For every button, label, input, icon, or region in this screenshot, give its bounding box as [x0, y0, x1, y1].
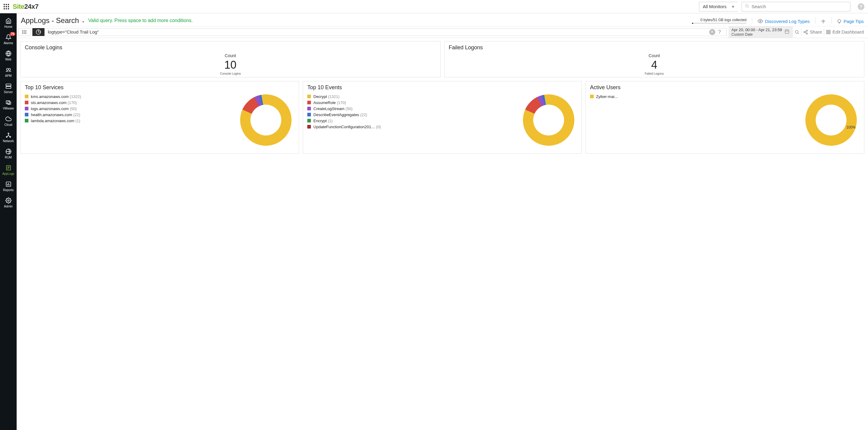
sidenav-item-web[interactable]: Web — [0, 48, 17, 63]
clear-query-icon[interactable]: ✕ — [709, 29, 715, 35]
search-input[interactable] — [751, 4, 847, 9]
network-icon — [5, 132, 12, 139]
svg-line-10 — [748, 7, 749, 7]
query-row: logtype="Cloud Trail Log" ✕ ? Apr 20, 00… — [17, 26, 868, 38]
date-range-text: Apr 20, 00:00 - Apr 21, 23:59 — [732, 28, 782, 32]
sidenav-item-apm[interactable]: APM — [0, 64, 17, 80]
legend-item[interactable]: Zylker-mai… — [590, 94, 797, 99]
svg-point-45 — [795, 31, 798, 33]
legend-item[interactable]: Decrypt (1321) — [307, 94, 514, 99]
svg-line-51 — [805, 31, 806, 32]
legend-item[interactable]: lambda.amazonaws.com (1) — [25, 119, 232, 123]
card-failed-logons[interactable]: Failed Logons Count 4 Failed Logons — [444, 41, 865, 78]
svg-rect-41 — [785, 30, 789, 34]
list-view-button[interactable] — [19, 28, 31, 36]
legend-label: Encrypt (1) — [313, 119, 333, 123]
svg-line-46 — [798, 33, 799, 34]
legend-item[interactable]: CreateLogStream (50) — [307, 106, 514, 111]
date-range-picker[interactable]: Apr 20, 00:00 - Apr 21, 23:59 Custom Dat… — [728, 26, 793, 38]
sidenav-label: Network — [3, 140, 14, 143]
sidenav-item-rum[interactable]: RUM — [0, 146, 17, 161]
sidenav-item-alarms[interactable]: Alarms79 — [0, 31, 17, 47]
card-console-logins[interactable]: Console Logins Count 10 Console Logins — [20, 41, 441, 78]
vmware-icon — [5, 99, 12, 106]
legend-swatch — [307, 95, 311, 98]
sidenav-label: VMware — [3, 107, 14, 110]
edit-dashboard-button[interactable]: Edit Dashboard — [824, 26, 868, 38]
svg-rect-52 — [827, 30, 828, 32]
sidenav-item-network[interactable]: Network — [0, 129, 17, 145]
legend-item[interactable]: DescribeEventAggregates (22) — [307, 113, 514, 117]
legend-swatch — [590, 95, 594, 98]
page-tips-link[interactable]: Page Tips — [837, 19, 864, 24]
legend-label: Decrypt (1321) — [313, 94, 339, 99]
home-icon — [5, 18, 12, 24]
card-title: Top 10 Events — [303, 81, 581, 93]
svg-line-50 — [805, 32, 806, 33]
monitors-dropdown[interactable]: All Monitors ▾ — [699, 2, 738, 11]
sidenav-label: RUM — [5, 156, 12, 159]
sidenav-label: Server — [4, 90, 13, 94]
legend-swatch — [307, 125, 311, 128]
lightbulb-icon — [837, 19, 842, 24]
legend-item[interactable]: health.amazonaws.com (22) — [25, 113, 232, 117]
query-text: logtype="Cloud Trail Log" — [48, 29, 99, 34]
count-label: Count — [21, 53, 440, 58]
legend-item[interactable]: AssumeRole (170) — [307, 100, 514, 105]
sidenav-item-home[interactable]: Home — [0, 15, 17, 31]
legend-item[interactable]: UpdateFunctionConfiguration201… (0) — [307, 125, 514, 129]
sidenav-item-server[interactable]: Server — [0, 81, 17, 96]
svg-point-33 — [7, 200, 9, 202]
card-top-10-events[interactable]: Top 10 Events Decrypt (1321)AssumeRole (… — [303, 81, 582, 154]
query-hint: Valid query. Press space to add more con… — [88, 18, 193, 23]
svg-rect-19 — [6, 101, 10, 104]
global-search[interactable] — [742, 2, 850, 11]
sidenav-label: Reports — [3, 188, 13, 192]
legend-item[interactable]: kms.amazonaws.com (1322) — [25, 94, 232, 99]
card-active-users[interactable]: Active Users Zylker-mai… 100% — [586, 81, 864, 154]
discovered-label: Discovered Log Types — [765, 19, 810, 24]
run-search-button[interactable] — [793, 26, 801, 38]
brand-logo[interactable]: Site24x7 — [13, 3, 38, 10]
card-top-10-services[interactable]: Top 10 Services kms.amazonaws.com (1322)… — [20, 81, 299, 154]
svg-point-38 — [22, 31, 23, 31]
sidenav-label: Web — [5, 58, 11, 61]
legend-item[interactable]: Encrypt (1) — [307, 119, 514, 123]
date-range-sub: Custom Date — [732, 32, 782, 37]
page-title[interactable]: AppLogs - Search ▾ — [21, 16, 84, 25]
pin-icon[interactable] — [821, 19, 826, 24]
legend-label: lambda.amazonaws.com (1) — [31, 119, 80, 123]
sidenav-item-applogs[interactable]: AppLogs — [0, 162, 17, 178]
svg-rect-2 — [8, 4, 9, 5]
discovered-log-types-link[interactable]: Discovered Log Types — [757, 19, 810, 24]
sidenav-item-admin[interactable]: Admin — [0, 195, 17, 211]
count-value: 4 — [444, 59, 864, 71]
svg-rect-53 — [829, 30, 830, 32]
help-icon[interactable]: ? — [858, 3, 864, 10]
eye-icon — [757, 19, 763, 24]
query-input[interactable]: logtype="Cloud Trail Log" ✕ ? — [44, 28, 727, 36]
pie-pct-label: 100% — [846, 125, 856, 129]
share-button[interactable]: Share — [802, 26, 824, 38]
sidenav-item-vmware[interactable]: VMware — [0, 97, 17, 113]
legend-label: UpdateFunctionConfiguration201… (0) — [313, 125, 381, 129]
svg-rect-15 — [6, 84, 11, 86]
svg-rect-0 — [4, 4, 5, 5]
query-help-icon[interactable]: ? — [718, 29, 721, 35]
sidenav-label: AppLogs — [2, 172, 14, 175]
sidenav-item-cloud[interactable]: Cloud — [0, 113, 17, 129]
legend-item[interactable]: logs.amazonaws.com (50) — [25, 106, 232, 111]
legend-label: AssumeRole (170) — [313, 100, 346, 105]
svg-point-13 — [6, 68, 8, 70]
sidenav-item-reports[interactable]: Reports — [0, 178, 17, 194]
apps-grid-icon[interactable] — [4, 4, 9, 9]
sidenav-label: Cloud — [4, 123, 12, 126]
alarm-badge: 79 — [10, 32, 16, 36]
legend-item[interactable]: sts.amazonaws.com (170) — [25, 100, 232, 105]
legend-label: health.amazonaws.com (22) — [31, 113, 80, 117]
cloud-icon — [5, 116, 12, 122]
main: AppLogs - Search ▾ Valid query. Press sp… — [17, 13, 868, 430]
sidenav-label: Alarms — [4, 41, 13, 45]
chart-view-button[interactable] — [32, 28, 44, 36]
legend-label: Zylker-mai… — [596, 94, 619, 99]
